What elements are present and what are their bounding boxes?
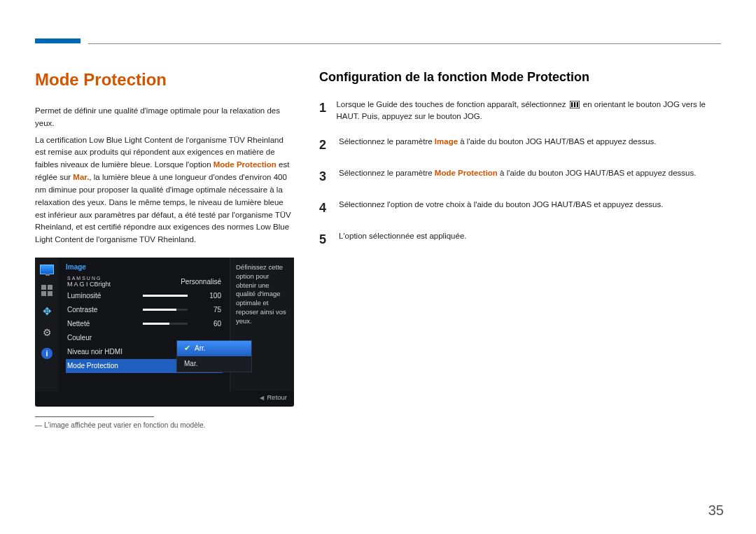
step-5-number: 5 [319,230,329,249]
dropdown-option-mar: Mar. [177,356,251,372]
svg-rect-1 [571,102,573,107]
intro-paragraph: Permet de définir une qualité d'image op… [35,105,294,130]
magic-samsung: SAMSUNG [67,276,137,281]
osd-screenshot: ✥ ⚙ i Image SAMSUNG M A G I CBright Pers… [35,258,294,407]
move-cross-icon: ✥ [39,305,55,318]
osd-footer: ◀Retour [35,391,294,404]
step-4: 4 Sélectionnez l'option de votre choix à… [319,199,721,218]
step-5: 5 L'option sélectionnée est appliquée. [319,230,721,249]
step-5-text: L'option sélectionnée est appliquée. [339,230,467,249]
step-3-text: Sélectionnez le paramètre Mode Protectio… [339,167,696,186]
check-icon: ✔ [184,344,190,353]
contraste-label: Contraste [67,306,137,314]
pip-grid-icon [39,284,55,297]
osd-title: Image [66,263,223,271]
footnote: ― L'image affichée peut varier en foncti… [35,421,294,429]
right-heading: Configuration de la fonction Mode Protec… [319,70,721,85]
nettete-value: 60 [197,320,221,328]
magic-bright: Bright [94,281,111,288]
step-2-hl-image: Image [435,137,458,146]
osd-row-magicbright: SAMSUNG M A G I CBright Personnalisé [66,275,223,289]
desc-highlight-mode-protection: Mode Protection [214,160,276,169]
step-3-a: Sélectionnez le paramètre [339,169,435,177]
osd-center-panel: Image SAMSUNG M A G I CBright Personnali… [59,258,230,391]
step-4-text: Sélectionnez l'option de votre choix à l… [339,199,663,218]
couleur-label: Couleur [67,334,137,342]
step-2-number: 2 [319,136,329,155]
footnote-rule [35,416,154,417]
desc-text-e: , la lumière bleue à une longueur d'onde… [35,173,291,244]
osd-row-luminosite: Luminosité 100 [66,289,223,303]
step-4-number: 4 [319,199,329,218]
magicbright-value: Personnalisé [181,278,221,286]
osd-sidebar: ✥ ⚙ i [35,258,59,391]
magic-magic: M A G I C [67,281,94,288]
option-mar-label: Mar. [184,360,197,367]
step-3-c: à l'aide du bouton JOG HAUT/BAS et appuy… [498,169,696,177]
luminosite-bar [143,295,188,297]
osd-row-contraste: Contraste 75 [66,303,223,317]
desc-highlight-mar: Mar. [73,173,89,181]
step-2-text: Sélectionnez le paramètre Image à l'aide… [339,136,657,155]
footnote-text: L'image affichée peut varier en fonction… [44,421,206,429]
nettete-label: Netteté [67,320,137,328]
section-heading: Mode Protection [35,70,294,90]
magicbright-label: SAMSUNG M A G I CBright [67,276,137,288]
luminosite-label: Luminosité [67,292,137,300]
header-rule [88,43,721,44]
svg-rect-2 [573,102,575,107]
step-3-hl-mode-protection: Mode Protection [435,169,498,177]
contraste-bar [143,309,188,311]
osd-row-nettete: Netteté 60 [66,317,223,331]
osd-retour-label: Retour [267,393,287,401]
osd-dropdown: ✔ Arr. Mar. [176,340,252,372]
niveau-noir-label: Niveau noir HDMI [67,348,158,356]
step-1-a: Lorsque le Guide des touches de fonction… [336,100,568,108]
step-1-number: 1 [319,99,326,123]
option-arr-label: Arr. [195,344,206,352]
step-3-number: 3 [319,167,329,186]
osd-main: ✥ ⚙ i Image SAMSUNG M A G I CBright Pers… [35,258,294,391]
menu-icon [570,101,580,108]
left-column: Mode Protection Permet de définir une qu… [35,70,294,429]
steps-list: 1 Lorsque le Guide des touches de foncti… [319,99,721,249]
step-2-c: à l'aide du bouton JOG HAUT/BAS et appuy… [458,137,656,146]
page-content: Mode Protection Permet de définir une qu… [35,70,721,429]
monitor-icon [39,263,55,276]
svg-rect-3 [576,102,578,107]
step-2-a: Sélectionnez le paramètre [339,137,435,146]
dropdown-option-arr: ✔ Arr. [177,341,251,356]
info-icon: i [39,347,55,360]
header-accent-bar [35,38,80,43]
step-1-text: Lorsque le Guide des touches de fonction… [336,99,721,123]
mode-protection-label: Mode Protection [67,362,158,370]
step-2: 2 Sélectionnez le paramètre Image à l'ai… [319,136,721,155]
footnote-dash: ― [35,421,42,429]
back-triangle-icon: ◀ [260,395,264,401]
right-column: Configuration de la fonction Mode Protec… [319,70,721,429]
step-1: 1 Lorsque le Guide des touches de foncti… [319,99,721,123]
description-paragraph: La certification Low Blue Light Content … [35,134,294,246]
page-number: 35 [708,503,724,519]
step-3: 3 Sélectionnez le paramètre Mode Protect… [319,167,721,186]
gear-icon: ⚙ [39,326,55,339]
nettete-bar [143,323,188,325]
luminosite-value: 100 [197,292,221,300]
contraste-value: 75 [197,306,221,314]
